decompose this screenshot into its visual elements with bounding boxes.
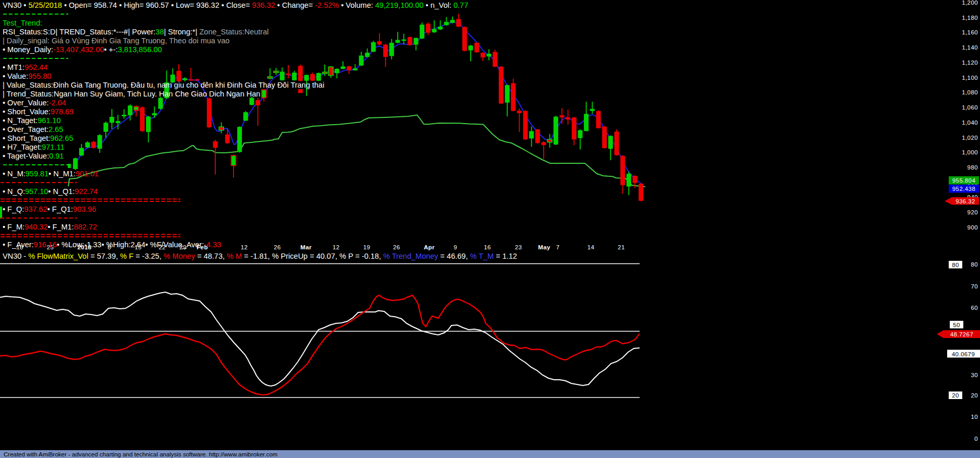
- svg-text:952.438: 952.438: [952, 186, 975, 192]
- svg-text:10: 10: [971, 414, 978, 420]
- svg-text:70: 70: [971, 283, 978, 290]
- svg-text:60: 60: [971, 305, 978, 311]
- svg-text:80: 80: [971, 261, 978, 268]
- svg-text:48.7267: 48.7267: [950, 331, 973, 338]
- svg-text:1,020: 1,020: [962, 135, 978, 141]
- svg-text:26: 26: [393, 244, 400, 250]
- svg-text:20: 20: [971, 392, 978, 399]
- svg-text:920: 920: [967, 209, 978, 215]
- svg-text:1,160: 1,160: [962, 29, 978, 35]
- svg-text:Mar: Mar: [300, 244, 312, 250]
- svg-text:80: 80: [952, 262, 959, 268]
- svg-text:12: 12: [333, 244, 340, 250]
- svg-text:955.804: 955.804: [952, 177, 976, 184]
- svg-text:21: 21: [618, 244, 625, 250]
- svg-text:980: 980: [967, 164, 978, 171]
- svg-text:0: 0: [974, 436, 978, 442]
- svg-text:1,080: 1,080: [962, 89, 978, 95]
- svg-text:16: 16: [484, 244, 491, 250]
- svg-text:14: 14: [587, 244, 595, 250]
- svg-text:20: 20: [952, 392, 959, 399]
- svg-text:1,140: 1,140: [962, 44, 978, 51]
- svg-text:23: 23: [515, 244, 522, 250]
- svg-text:50: 50: [953, 322, 960, 328]
- svg-text:900: 900: [967, 224, 978, 231]
- svg-text:40.0679: 40.0679: [952, 351, 975, 357]
- svg-text:1,200: 1,200: [962, 0, 978, 6]
- svg-text:1,000: 1,000: [962, 149, 978, 155]
- svg-text:1,100: 1,100: [962, 75, 978, 81]
- svg-text:936.32: 936.32: [956, 198, 975, 204]
- svg-text:1,060: 1,060: [962, 104, 978, 111]
- svg-text:1,040: 1,040: [962, 119, 978, 126]
- svg-text:30: 30: [971, 372, 978, 378]
- svg-text:26: 26: [274, 244, 281, 250]
- svg-text:19: 19: [363, 244, 371, 250]
- svg-text:7: 7: [556, 244, 560, 250]
- svg-text:1,120: 1,120: [962, 59, 978, 66]
- svg-text:1,180: 1,180: [962, 15, 978, 21]
- svg-text:9: 9: [454, 244, 457, 250]
- svg-text:12: 12: [241, 244, 248, 250]
- svg-text:Apr: Apr: [424, 244, 435, 250]
- svg-text:May: May: [538, 244, 550, 250]
